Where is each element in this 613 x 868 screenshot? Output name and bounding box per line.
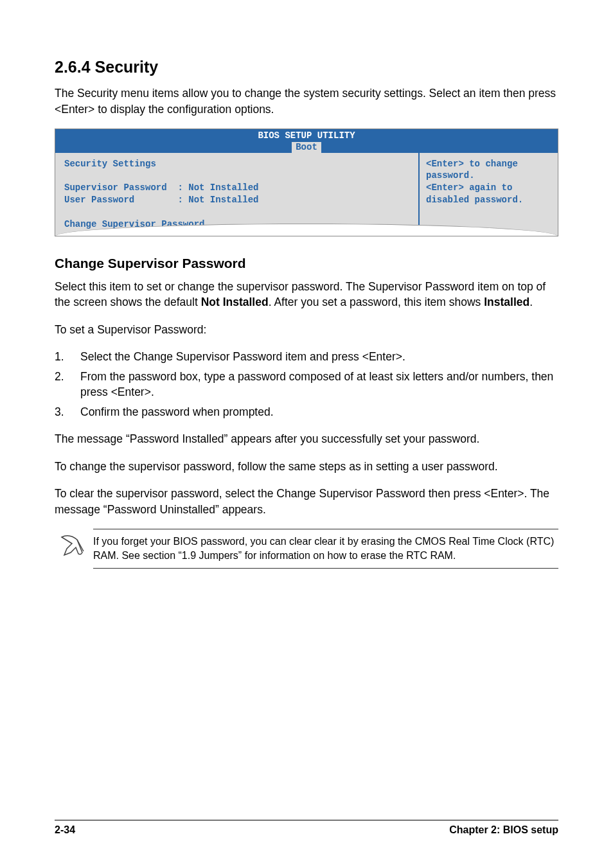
bold-text: Not Installed [201,296,269,308]
note-box: If you forget your BIOS password, you ca… [93,529,558,568]
bios-right-pane: <Enter> to change password. <Enter> agai… [420,153,558,236]
text: . After you set a password, this item sh… [269,296,484,308]
paragraph: Select this item to set or change the su… [55,279,558,310]
list-number: 3. [55,404,80,420]
list-number: 2. [55,369,80,400]
bios-line: Supervisor Password : Not Installed [64,182,258,193]
list-item: 3. Confirm the password when prompted. [55,404,558,420]
bios-tab: Boot [292,142,321,153]
bios-screenshot: BIOS SETUP UTILITY Boot Security Setting… [55,128,558,236]
paragraph: To set a Supervisor Password: [55,322,558,338]
intro-paragraph: The Security menu items allow you to cha… [55,85,558,117]
bios-left-pane: Security Settings Supervisor Password : … [55,153,420,236]
ordered-list: 1. Select the Change Supervisor Password… [55,349,558,420]
bold-text: Installed [484,296,529,308]
list-item: 2. From the password box, type a passwor… [55,369,558,400]
list-text: Confirm the password when prompted. [80,404,558,420]
paragraph: To change the supervisor password, follo… [55,459,558,475]
bios-title: BIOS SETUP UTILITY [258,130,355,141]
bios-line: User Password : Not Installed [64,195,258,205]
paragraph: The message “Password Installed” appears… [55,431,558,447]
page-number: 2-34 [55,824,75,836]
bios-header: BIOS SETUP UTILITY Boot [55,129,558,153]
text: . [529,296,533,308]
list-item: 1. Select the Change Supervisor Password… [55,349,558,365]
page-footer: 2-34 Chapter 2: BIOS setup [55,820,558,836]
pencil-note-icon [58,533,86,558]
chapter-label: Chapter 2: BIOS setup [449,824,558,836]
sub-heading: Change Supervisor Password [55,256,558,271]
list-text: Select the Change Supervisor Password it… [80,349,558,365]
paragraph: To clear the supervisor password, select… [55,486,558,517]
bios-line: Security Settings [64,159,156,169]
section-heading: 2.6.4 Security [55,58,558,76]
note-text: If you forget your BIOS password, you ca… [93,535,558,562]
list-text: From the password box, type a password c… [80,369,558,400]
list-number: 1. [55,349,80,365]
